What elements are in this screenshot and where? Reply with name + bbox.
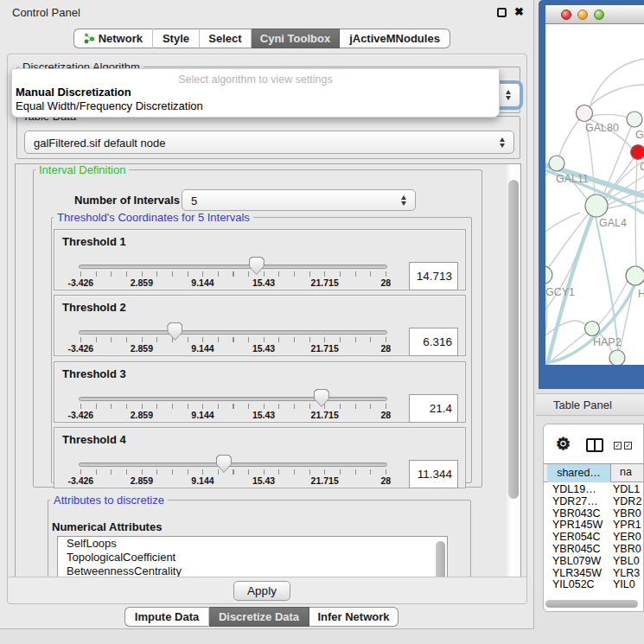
- combo-arrows-icon: [500, 137, 506, 148]
- column-header-name[interactable]: na: [620, 466, 632, 478]
- svg-text:H: H: [638, 288, 644, 300]
- tab-impute-data[interactable]: Impute Data: [124, 607, 209, 627]
- minimize-traffic-light[interactable]: [577, 10, 588, 20]
- network-graph: GAL80GACGAL11GAL4GCY1HHAP2: [545, 24, 644, 365]
- slider-tick-labels: -3.4262.8599.14415.4321.71528: [50, 277, 422, 288]
- table-body: YDL19…YDL1 YDR27…YDR2 YBR043CYBR0 YPR145…: [547, 483, 644, 588]
- slider-tick-labels: -3.4262.8599.14415.4321.71528: [50, 343, 422, 354]
- gear-icon[interactable]: ⚙: [556, 436, 571, 452]
- column-header-shared-name[interactable]: shared…: [547, 464, 611, 482]
- checkbox-icon[interactable]: ✓: [614, 442, 622, 450]
- list-item[interactable]: SelfLoops: [58, 537, 447, 551]
- combo-arrows-icon: [506, 90, 512, 100]
- checkbox-icon[interactable]: ✓: [624, 442, 632, 450]
- svg-text:GCY1: GCY1: [545, 286, 575, 298]
- cyni-toolbox-panel: Discretization Algorithm Table Data galF…: [7, 54, 527, 604]
- apply-strip: Apply: [8, 577, 526, 603]
- tab-select[interactable]: Select: [200, 29, 252, 48]
- table-row[interactable]: YER054CYER0: [547, 531, 644, 543]
- table-row[interactable]: YDR27…YDR2: [547, 495, 644, 507]
- network-view-window: GAL80GACGAL11GAL4GCY1HHAP2: [539, 0, 644, 389]
- zoom-traffic-light[interactable]: [594, 10, 604, 20]
- tab-cyni-toolbox[interactable]: Cyni Toolbox: [252, 29, 340, 48]
- columns-icon[interactable]: [586, 438, 603, 452]
- vertical-scrollbar-track[interactable]: [507, 164, 520, 577]
- popup-item-equal-width[interactable]: Equal Width/Frequency Discretization: [16, 99, 203, 112]
- svg-text:GAL4: GAL4: [599, 217, 627, 229]
- interval-definition-label: Interval Definition: [35, 163, 129, 176]
- numerical-attributes-list[interactable]: SelfLoopsTopologicalCoefficientBetweenne…: [57, 536, 448, 577]
- close-traffic-light[interactable]: [561, 10, 571, 20]
- popup-hint: Select algorithm to view settings: [12, 73, 499, 86]
- table-data-combobox[interactable]: galFiltered.sif default node: [24, 131, 514, 154]
- table-row[interactable]: YDL19…YDL1: [547, 483, 644, 495]
- threshold-2-slider[interactable]: [79, 330, 387, 335]
- threshold-2-value[interactable]: 6.316: [409, 328, 458, 356]
- table-header-row: shared… na: [544, 463, 644, 482]
- tab-jactivemnodules[interactable]: jActiveMNodules: [340, 29, 450, 48]
- threshold-1-slider[interactable]: [79, 265, 387, 269]
- svg-text:C: C: [640, 161, 644, 173]
- slider-ticks: [80, 404, 387, 409]
- table-row[interactable]: YLR345WYLR3: [547, 567, 644, 579]
- table-row[interactable]: YBR043CYBR0: [547, 507, 644, 520]
- table-row[interactable]: YBL079WYBL0: [547, 555, 644, 567]
- tab-style[interactable]: Style: [153, 29, 200, 48]
- network-canvas[interactable]: GAL80GACGAL11GAL4GCY1HHAP2: [545, 24, 644, 365]
- table-panel-header: Table Panel: [536, 393, 644, 416]
- svg-text:GAL11: GAL11: [556, 173, 589, 185]
- threshold-4-slider[interactable]: [79, 462, 387, 467]
- horizontal-scrollbar-thumb[interactable]: [545, 600, 638, 608]
- table-panel: ⚙ ✓ ✓ shared… na YDL19…YDL1 YDR27…YDR2 Y…: [543, 424, 644, 612]
- top-tab-bar: Network Style Select Cyni Toolbox jActiv…: [73, 29, 450, 48]
- table-row[interactable]: YPR145WYPR1: [547, 519, 644, 531]
- bottom-tab-bar: Impute Data Discretize Data Infer Networ…: [124, 607, 399, 627]
- threshold-2-panel: Threshold 2 -3.4262.8599.14415.4321.7152…: [54, 295, 466, 356]
- list-scrollbar[interactable]: [436, 541, 445, 577]
- threshold-3-value[interactable]: 21.4: [409, 394, 458, 423]
- table-panel-title: Table Panel: [553, 399, 612, 411]
- svg-text:GA: GA: [635, 129, 644, 141]
- number-of-intervals-label: Number of Intervals: [74, 194, 180, 207]
- settings-scrollpane: Interval Definition Number of Intervals …: [15, 163, 521, 577]
- list-item[interactable]: TopologicalCoefficient: [58, 551, 447, 564]
- thresholds-group-label: Threshold's Coordinates for 5 Intervals: [54, 211, 253, 224]
- window-title: Control Panel: [12, 6, 80, 19]
- desktop: { "window": { "title": "Control Panel" }…: [0, 0, 644, 644]
- threshold-3-slider[interactable]: [79, 397, 387, 401]
- svg-text:GAL80: GAL80: [585, 122, 619, 134]
- vertical-scrollbar-thumb[interactable]: [508, 180, 519, 499]
- table-row[interactable]: YIL052CYIL0: [547, 578, 644, 588]
- numerical-attributes-label: Numerical Attributes: [52, 520, 162, 533]
- apply-button[interactable]: Apply: [233, 581, 290, 601]
- threshold-4-value[interactable]: 11.344: [409, 460, 458, 488]
- attributes-group-label: Attributes to discretize: [50, 494, 168, 507]
- close-icon[interactable]: ✖: [514, 5, 524, 18]
- algorithm-dropdown-popup: Select algorithm to view settings Manual…: [11, 68, 500, 118]
- threshold-1-panel: Threshold 1 -3.4262.8599.14415.4321.7152…: [54, 229, 466, 290]
- slider-ticks: [80, 337, 387, 342]
- slider-ticks: [80, 271, 387, 277]
- svg-text:HAP2: HAP2: [593, 336, 622, 348]
- network-window-titlebar[interactable]: [545, 5, 644, 24]
- threshold-1-value[interactable]: 14.713: [409, 262, 458, 290]
- attribute-items: SelfLoopsTopologicalCoefficientBetweenne…: [58, 537, 447, 577]
- table-row[interactable]: YBR045CYBR0: [547, 543, 644, 555]
- slider-tick-labels: -3.4262.8599.14415.4321.71528: [50, 475, 422, 486]
- slider-ticks: [80, 469, 387, 475]
- float-window-icon[interactable]: [497, 8, 507, 17]
- attributes-group: Attributes to discretize Numerical Attri…: [48, 500, 471, 577]
- threshold-4-panel: Threshold 4 -3.4262.8599.14415.4321.7152…: [54, 427, 466, 488]
- tab-network[interactable]: Network: [73, 29, 153, 48]
- network-icon: [84, 33, 95, 44]
- slider-tick-labels: -3.4262.8599.14415.4321.71528: [50, 410, 422, 420]
- tab-infer-network[interactable]: Infer Network: [309, 607, 399, 627]
- table-data-group: Table Data galFiltered.sif default node: [16, 116, 520, 159]
- number-of-intervals-combobox[interactable]: 5: [182, 189, 416, 211]
- combo-arrows-icon: [401, 195, 407, 206]
- list-item[interactable]: BetweennessCentrality: [58, 564, 447, 577]
- popup-item-manual[interactable]: Manual Discretization: [16, 86, 131, 99]
- tab-discretize-data[interactable]: Discretize Data: [209, 607, 309, 627]
- threshold-3-panel: Threshold 3 -3.4262.8599.14415.4321.7152…: [54, 361, 466, 423]
